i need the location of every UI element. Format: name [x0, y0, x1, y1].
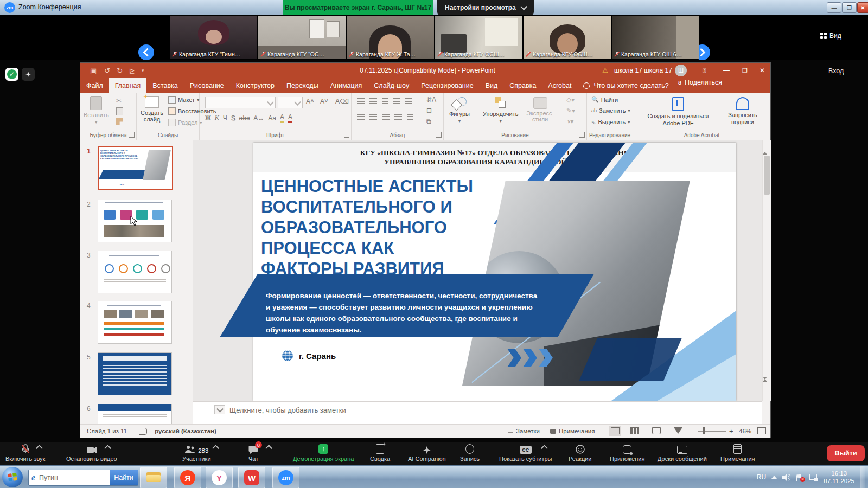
tab-help[interactable]: Справка — [503, 78, 542, 93]
slide-thumbnail-6[interactable] — [98, 404, 172, 424]
taskbar-explorer-button[interactable] — [140, 467, 167, 488]
font-color-button[interactable]: А — [288, 113, 292, 123]
comments-toggle[interactable]: Примечания — [550, 428, 595, 434]
request-signatures-button[interactable]: Запроситьподписи — [720, 94, 765, 126]
unmute-button[interactable]: Включить звук — [5, 444, 45, 462]
smartart-icon[interactable]: ⧉ — [426, 118, 431, 125]
ppt-close-icon[interactable]: ✕ — [760, 67, 765, 74]
shape-fill-icon[interactable]: ◇▾ — [566, 96, 575, 104]
tab-animations[interactable]: Анимация — [324, 78, 368, 93]
paste-button[interactable]: Вставить▾ — [84, 93, 109, 125]
sparkle-tool-icon[interactable] — [22, 68, 35, 81]
italic-button[interactable]: К — [215, 114, 219, 122]
video-tile[interactable]: Караганда КГУ "ОС… — [258, 16, 346, 59]
whiteboards-button[interactable]: Доски сообщений — [658, 444, 707, 462]
ribbon-display-options-icon[interactable]: ⍐ — [703, 67, 706, 74]
share-button[interactable]: ᴕ Поделиться — [672, 78, 728, 86]
tab-file[interactable]: Файл — [80, 78, 109, 93]
tab-transitions[interactable]: Переходы — [280, 78, 324, 93]
arrange-button[interactable]: Упорядочить▾ — [483, 94, 518, 124]
network-access-icon[interactable] — [809, 474, 818, 481]
slide-thumbnail-3[interactable] — [98, 251, 172, 293]
record-button[interactable]: Запись — [460, 444, 480, 462]
captions-button[interactable]: CC Показать субтитры — [499, 444, 552, 462]
line-spacing-icon[interactable] — [405, 98, 412, 104]
bullets-icon[interactable] — [357, 98, 365, 104]
cut-icon[interactable]: ✂ — [116, 97, 122, 105]
bold-button[interactable]: Ж — [205, 114, 211, 122]
apps-button[interactable]: Приложения — [610, 444, 644, 462]
taskbar-search-box[interactable]: e Путин Найти — [28, 470, 138, 486]
format-painter-icon[interactable] — [116, 118, 123, 125]
taskbar-zoom-button[interactable]: zm — [272, 467, 299, 488]
undo-icon[interactable]: ↺ — [104, 67, 110, 75]
align-left-icon[interactable] — [357, 114, 365, 120]
normal-view-button[interactable] — [609, 426, 621, 436]
annotations-button[interactable]: Примечания — [720, 444, 755, 462]
fit-to-window-icon[interactable] — [757, 427, 766, 435]
columns-icon[interactable] — [407, 114, 413, 120]
ppt-minimize-icon[interactable]: — — [723, 67, 730, 74]
section-button[interactable]: Раздел▾ — [168, 119, 202, 126]
grow-font-icon[interactable]: А˄ — [306, 98, 314, 105]
tell-me-box[interactable]: Что вы хотите сделать? — [577, 78, 674, 93]
chevron-up-icon[interactable] — [541, 445, 548, 452]
slide-thumbnail-1[interactable]: ЦЕННОСТНЫЕ АСПЕКТЫ ВОСПИТАТЕЛЬНОГО И ОБР… — [98, 146, 173, 190]
view-button[interactable]: Вид — [820, 32, 841, 40]
zoom-in-icon[interactable]: + — [729, 427, 733, 435]
slide-thumbnail-4[interactable] — [98, 301, 172, 344]
shape-outline-icon[interactable]: ✎▾ — [566, 107, 575, 114]
slide-subtitle-band[interactable]: Формирование ценностей — ответственности… — [220, 274, 594, 337]
video-tile[interactable]: Караганда КГУ "Гимн… — [170, 16, 257, 59]
tab-home[interactable]: Главная — [109, 78, 147, 93]
tab-slideshow[interactable]: Слайд-шоу — [368, 78, 415, 93]
tab-design[interactable]: Конструктор — [230, 78, 280, 93]
leave-button[interactable]: Выйти — [827, 445, 865, 461]
search-input[interactable]: Путин — [39, 474, 110, 481]
tab-view[interactable]: Вид — [480, 78, 504, 93]
tab-insert[interactable]: Вставка — [146, 78, 183, 93]
chat-button[interactable]: 8 Чат — [248, 444, 258, 462]
create-pdf-button[interactable]: Создать и поделитьсяAdobe PDF — [643, 94, 713, 127]
layout-button[interactable]: Макет▾ — [168, 96, 199, 104]
sign-in-label[interactable]: Вход — [828, 67, 844, 75]
tab-draw[interactable]: Рисование — [184, 78, 230, 93]
align-text-icon[interactable]: ⊟ — [426, 107, 432, 114]
replace-button[interactable]: abЗаменить▾ — [591, 107, 630, 114]
clock[interactable]: 16:13 07.11.2025 — [824, 470, 854, 485]
decrease-indent-icon[interactable] — [382, 98, 388, 104]
participants-button[interactable]: 283 Участники — [182, 444, 211, 462]
align-center-icon[interactable] — [369, 114, 377, 120]
warning-icon[interactable]: ⚠ — [602, 67, 608, 74]
reactions-button[interactable]: Реакции — [569, 444, 592, 462]
scrollbar-thumb[interactable] — [764, 156, 770, 195]
slide-sorter-view-button[interactable] — [630, 427, 639, 435]
reading-view-button[interactable] — [652, 427, 661, 435]
notes-pane[interactable]: Щелкните, чтобы добавить заметки — [193, 401, 762, 425]
ppt-scrollbar[interactable] — [762, 140, 771, 401]
dialog-launcher-icon[interactable] — [129, 132, 135, 138]
minimize-button[interactable]: — — [827, 2, 841, 13]
slide[interactable]: КГУ «ШКОЛА-ГИМНАЗИЯ №17» ОТДЕЛА ОБРАЗОВА… — [253, 143, 736, 401]
change-case-button[interactable]: Аа — [268, 114, 276, 122]
font-name-combo[interactable] — [205, 97, 276, 108]
view-settings-dropdown[interactable]: Настройки просмотра — [437, 0, 534, 15]
taskbar-ybrowser-button[interactable]: Y — [206, 467, 233, 488]
summary-button[interactable]: Сводка — [370, 444, 390, 462]
notes-placeholder[interactable]: Щелкните, чтобы добавить заметки — [229, 406, 346, 414]
chevron-up-icon[interactable] — [104, 445, 111, 452]
font-size-combo[interactable] — [278, 97, 303, 108]
video-tile[interactable]: Караганда КГУ ОСШ… — [435, 16, 522, 59]
shape-effects-icon[interactable]: ◑▾ — [566, 118, 573, 125]
chevron-up-icon[interactable] — [213, 445, 220, 452]
shrink-font-icon[interactable]: А˅ — [320, 98, 328, 105]
notes-collapse-button[interactable] — [214, 405, 225, 414]
next-slide-icon[interactable] — [763, 380, 771, 389]
stop-video-button[interactable]: Остановить видео — [66, 444, 117, 462]
spellcheck-book-icon[interactable] — [139, 428, 147, 435]
language-status[interactable]: русский (Казахстан) — [155, 428, 216, 434]
zoom-slider-thumb[interactable] — [703, 427, 705, 434]
clear-formatting-icon[interactable]: А⌫ — [335, 98, 349, 105]
chevron-up-icon[interactable] — [265, 445, 272, 452]
save-icon[interactable]: ▣ — [90, 67, 97, 75]
